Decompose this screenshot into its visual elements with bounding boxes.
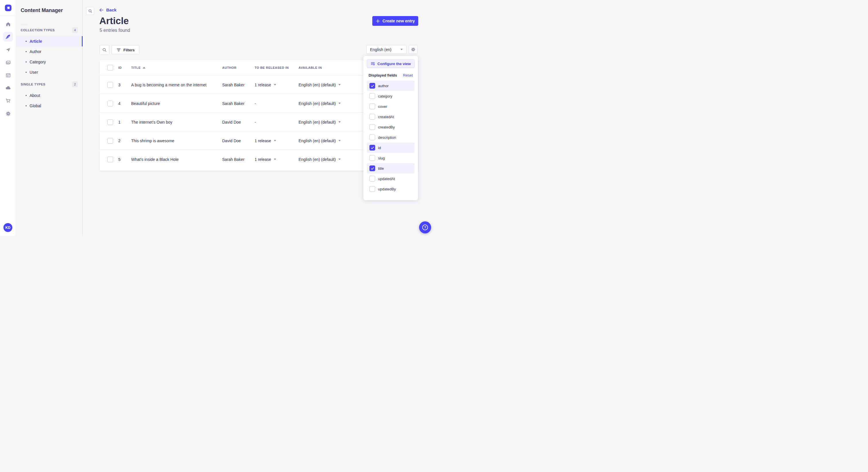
row-checkbox[interactable] <box>107 119 113 125</box>
checkbox[interactable] <box>369 103 375 109</box>
field-label: title <box>378 166 384 171</box>
locale-dropdown[interactable]: English (en) (default) <box>299 131 341 150</box>
row-checkbox[interactable] <box>107 101 113 106</box>
field-label: slug <box>378 156 385 160</box>
filters-label: Filters <box>123 48 135 52</box>
cell-title: The internet's Own boy <box>131 113 173 131</box>
bullet-icon <box>26 72 27 73</box>
field-toggle-cover[interactable]: cover <box>367 101 414 111</box>
field-toggle-title[interactable]: title <box>367 163 414 173</box>
checkbox[interactable] <box>369 93 375 99</box>
reset-link[interactable]: Reset <box>403 73 413 77</box>
column-header-available-in[interactable]: AVAILABLE IN <box>299 60 322 75</box>
checkbox[interactable] <box>369 134 375 140</box>
locale-select[interactable]: English (en) <box>366 45 406 54</box>
field-label: updatedBy <box>378 187 396 191</box>
filters-button[interactable]: Filters <box>112 45 140 55</box>
cell-id: 4 <box>118 94 121 113</box>
field-toggle-updatedAt[interactable]: updatedAt <box>367 173 414 184</box>
search-icon <box>88 9 92 13</box>
cell-author: David Doe <box>222 113 241 131</box>
cell-id: 1 <box>118 113 121 131</box>
layout-icon <box>5 72 11 78</box>
sidebar-item-category[interactable]: Category <box>16 57 83 67</box>
column-header-author[interactable]: AUTHOR <box>222 60 237 75</box>
field-toggle-createdBy[interactable]: createdBy <box>367 122 414 132</box>
checkbox[interactable] <box>369 114 375 120</box>
row-checkbox[interactable] <box>107 138 113 144</box>
view-settings-button[interactable] <box>409 45 417 54</box>
table-search-button[interactable] <box>100 45 110 55</box>
cell-id: 2 <box>118 131 121 150</box>
rail-webpages-button[interactable] <box>3 71 12 80</box>
home-icon <box>5 22 11 27</box>
create-new-entry-button[interactable]: Create new entry <box>372 16 418 26</box>
section-label-single-types: SINGLE TYPES <box>21 82 45 86</box>
release-dropdown: - <box>255 94 256 113</box>
release-dropdown[interactable]: 1 release <box>255 150 276 169</box>
displayed-fields-header: Displayed fields Reset <box>369 73 413 77</box>
sidebar-item-label: Global <box>30 103 41 108</box>
rail-content-manager-button[interactable] <box>3 32 13 42</box>
cell-id: 3 <box>118 75 121 94</box>
sidebar-item-label: Category <box>30 60 46 64</box>
row-checkbox[interactable] <box>107 157 113 162</box>
subnav-search-button[interactable] <box>86 7 94 15</box>
collection-types-count-badge: 4 <box>72 27 78 33</box>
sidebar-item-user[interactable]: User <box>16 67 83 77</box>
sidebar-item-about[interactable]: About <box>16 90 83 101</box>
user-initials: KD <box>5 226 10 230</box>
chevron-down-icon <box>338 140 341 141</box>
help-button[interactable]: ? <box>419 222 431 233</box>
rail-settings-button[interactable] <box>3 109 12 118</box>
checkbox[interactable] <box>369 165 375 171</box>
rail-deploy-button[interactable] <box>3 83 12 93</box>
field-toggle-category[interactable]: category <box>367 91 414 101</box>
checkbox[interactable] <box>369 83 375 89</box>
column-header-to-be-released-in[interactable]: TO BE RELEASED IN <box>255 60 289 75</box>
bullet-icon <box>26 41 27 42</box>
arrow-left-icon <box>99 8 104 12</box>
field-toggle-author[interactable]: author <box>367 80 414 91</box>
field-toggle-description[interactable]: description <box>367 132 414 142</box>
checkbox[interactable] <box>369 155 375 161</box>
rail-marketplace-button[interactable] <box>3 96 12 105</box>
checkbox[interactable] <box>369 145 375 150</box>
field-toggle-createdAt[interactable]: createdAt <box>367 111 414 122</box>
strapi-logo-glyph <box>6 6 10 10</box>
configure-the-view-label: Configure the view <box>377 62 411 66</box>
select-all-checkbox[interactable] <box>107 65 113 71</box>
back-link[interactable]: Back <box>99 7 117 12</box>
sidebar-item-author[interactable]: Author <box>16 46 83 57</box>
entries-count: 5 entries found <box>100 28 130 33</box>
send-icon <box>5 47 11 53</box>
locale-dropdown[interactable]: English (en) (default) <box>299 150 341 169</box>
field-toggle-updatedBy[interactable]: updatedBy <box>367 184 414 194</box>
bullet-icon <box>26 95 27 96</box>
rail-releases-button[interactable] <box>3 45 12 54</box>
sidebar-item-article[interactable]: Article <box>16 36 83 46</box>
locale-dropdown[interactable]: English (en) (default) <box>299 94 341 113</box>
cell-author: David Doe <box>222 131 241 150</box>
locale-dropdown[interactable]: English (en) (default) <box>299 75 341 94</box>
field-toggle-id[interactable]: id <box>367 142 414 153</box>
release-dropdown[interactable]: 1 release <box>255 75 276 94</box>
checkbox[interactable] <box>369 186 375 192</box>
configure-the-view-button[interactable]: Configure the view <box>367 59 414 68</box>
rail-home-button[interactable] <box>3 20 12 29</box>
column-header-title[interactable]: TITLE <box>131 60 146 75</box>
user-avatar[interactable]: KD <box>3 223 12 232</box>
locale-dropdown[interactable]: English (en) (default) <box>299 113 341 131</box>
checkbox[interactable] <box>369 124 375 130</box>
sidebar-item-global[interactable]: Global <box>16 101 83 111</box>
column-header-id[interactable]: ID <box>118 60 122 75</box>
rail-media-library-button[interactable] <box>3 58 12 67</box>
row-checkbox[interactable] <box>107 82 113 88</box>
release-dropdown[interactable]: 1 release <box>255 131 276 150</box>
nav-rail: KD <box>0 0 16 236</box>
field-toggle-slug[interactable]: slug <box>367 153 414 163</box>
checkbox[interactable] <box>369 176 375 181</box>
chevron-down-icon <box>400 49 403 50</box>
view-settings-popover: Configure the view Displayed fields Rese… <box>363 56 418 200</box>
single-types-count-badge: 2 <box>72 81 78 87</box>
